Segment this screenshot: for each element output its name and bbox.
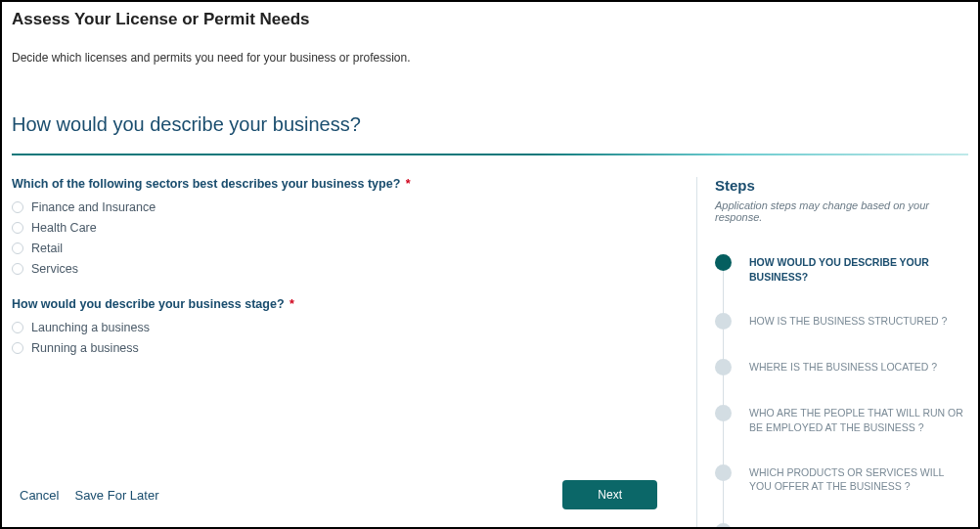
required-asterisk-icon: * — [290, 297, 294, 311]
cancel-button[interactable]: Cancel — [20, 488, 59, 503]
radio-health-care[interactable]: Health Care — [12, 221, 677, 235]
radio-launching[interactable]: Launching a business — [12, 321, 677, 334]
question-2-label: How would you describe your business sta… — [12, 297, 677, 311]
radio-services[interactable]: Services — [12, 262, 677, 276]
radio-label: Health Care — [31, 221, 97, 235]
question-2-options: Launching a business Running a business — [12, 321, 677, 355]
radio-running[interactable]: Running a business — [12, 341, 677, 355]
step-dot-icon — [715, 523, 732, 529]
radio-retail[interactable]: Retail — [12, 242, 677, 255]
next-button[interactable]: Next — [562, 480, 657, 509]
save-for-later-button[interactable]: Save For Later — [74, 488, 158, 503]
step-label: WHO ARE THE PEOPLE THAT WILL RUN OR BE E… — [749, 405, 968, 434]
step-item-results: YOUR PRE-SCREENING RESULTS ARE READY ! — [715, 523, 968, 529]
step-dot-icon — [715, 359, 732, 375]
step-item-people: WHO ARE THE PEOPLE THAT WILL RUN OR BE E… — [715, 405, 968, 463]
radio-label: Services — [31, 262, 78, 276]
step-dot-icon — [715, 405, 732, 421]
step-dot-icon — [715, 254, 732, 271]
steps-title: Steps — [715, 177, 968, 194]
step-item-structured: HOW IS THE BUSINESS STRUCTURED ? — [715, 313, 968, 359]
radio-icon — [12, 201, 23, 213]
question-1-options: Finance and Insurance Health Care Retail… — [12, 200, 677, 276]
footer-actions: Cancel Save For Later Next — [12, 480, 657, 509]
radio-label: Retail — [31, 242, 63, 255]
question-2-text: How would you describe your business sta… — [12, 297, 285, 311]
radio-icon — [12, 342, 23, 354]
step-label: WHERE IS THE BUSINESS LOCATED ? — [749, 359, 937, 375]
radio-label: Running a business — [31, 341, 139, 355]
radio-label: Launching a business — [31, 321, 150, 334]
step-label: HOW WOULD YOU DESCRIBE YOUR BUSINESS? — [749, 254, 968, 284]
radio-icon — [12, 263, 23, 275]
section-heading: How would you describe your business? — [12, 113, 968, 136]
page-title: Assess Your License or Permit Needs — [12, 10, 968, 29]
steps-note: Application steps may change based on yo… — [715, 199, 968, 223]
required-asterisk-icon: * — [406, 177, 411, 191]
radio-finance-insurance[interactable]: Finance and Insurance — [12, 200, 677, 214]
step-item-describe-business: HOW WOULD YOU DESCRIBE YOUR BUSINESS? — [715, 254, 968, 313]
page-subtitle: Decide which licenses and permits you ne… — [12, 51, 968, 65]
step-item-products: WHICH PRODUCTS OR SERVICES WILL YOU OFFE… — [715, 464, 968, 523]
radio-icon — [12, 222, 23, 234]
radio-icon — [12, 322, 23, 333]
steps-list: HOW WOULD YOU DESCRIBE YOUR BUSINESS? HO… — [715, 254, 968, 529]
section-divider — [12, 154, 968, 155]
question-1-text: Which of the following sectors best desc… — [12, 177, 400, 191]
question-1-label: Which of the following sectors best desc… — [12, 177, 677, 191]
step-dot-icon — [715, 464, 732, 481]
radio-label: Finance and Insurance — [31, 200, 156, 214]
step-item-located: WHERE IS THE BUSINESS LOCATED ? — [715, 359, 968, 405]
step-label: YOUR PRE-SCREENING RESULTS ARE READY ! — [749, 523, 968, 529]
step-label: HOW IS THE BUSINESS STRUCTURED ? — [749, 313, 947, 329]
radio-icon — [12, 242, 23, 254]
step-dot-icon — [715, 313, 732, 330]
step-label: WHICH PRODUCTS OR SERVICES WILL YOU OFFE… — [749, 464, 968, 494]
